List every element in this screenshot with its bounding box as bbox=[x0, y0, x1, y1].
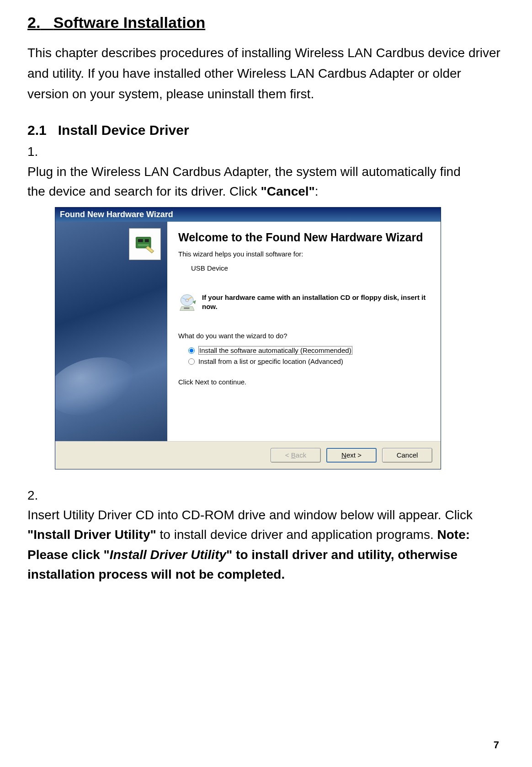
section-number: 2. bbox=[27, 14, 40, 31]
step-1-text-b: : bbox=[315, 184, 319, 198]
hardware-icon bbox=[129, 228, 161, 260]
radio-install-list-input[interactable] bbox=[188, 358, 195, 365]
step-2-number: 2. bbox=[27, 485, 49, 505]
wizard-footer: < Back Next > Cancel bbox=[55, 441, 441, 469]
next-u: N bbox=[341, 451, 346, 459]
found-new-hardware-wizard-dialog: Found New Hardware Wizard Welcome to the… bbox=[55, 207, 441, 469]
wizard-body: Welcome to the Found New Hardware Wizard… bbox=[55, 222, 441, 441]
page-number: 7 bbox=[494, 739, 499, 751]
subsection-number: 2.1 bbox=[27, 123, 47, 138]
wizard-main-panel: Welcome to the Found New Hardware Wizard… bbox=[167, 222, 441, 441]
svg-rect-1 bbox=[138, 239, 143, 242]
sidebar-decoration bbox=[55, 348, 143, 425]
wizard-titlebar[interactable]: Found New Hardware Wizard bbox=[55, 208, 441, 222]
wizard-device-name: USB Device bbox=[191, 264, 430, 272]
svg-rect-3 bbox=[138, 244, 149, 246]
step-2: 2. Insert Utility Driver CD into CD-ROM … bbox=[27, 485, 505, 585]
step-1-text-a: Plug in the Wireless LAN Cardbus Adapter… bbox=[27, 165, 461, 198]
radio-install-auto-label: Install the software automatically (Reco… bbox=[198, 346, 352, 355]
step-2-content: Insert Utility Driver CD into CD-ROM dri… bbox=[27, 505, 479, 585]
cd-icon bbox=[178, 293, 197, 314]
section-heading: 2. Software Installation bbox=[27, 14, 505, 32]
subsection-heading: 2.1 Install Device Driver bbox=[27, 123, 505, 138]
step-1-number: 1. bbox=[27, 142, 49, 161]
radio2-b: pecific location (Advanced) bbox=[261, 357, 343, 365]
next-button[interactable]: Next > bbox=[326, 448, 377, 463]
section-title: Software Installation bbox=[53, 14, 206, 31]
radio2-u: s bbox=[258, 357, 261, 365]
radio-group: Install the software automatically (Reco… bbox=[188, 346, 430, 365]
step-1-cancel-bold: "Cancel" bbox=[261, 184, 314, 198]
intro-paragraph: This chapter describes procedures of ins… bbox=[27, 43, 505, 104]
back-rest: ack bbox=[296, 451, 306, 459]
back-u: B bbox=[291, 451, 296, 459]
wizard-continue-text: Click Next to continue. bbox=[178, 378, 430, 386]
wizard-heading: Welcome to the Found New Hardware Wizard bbox=[178, 230, 430, 245]
step-2-text-b: to install device driver and application… bbox=[156, 527, 437, 542]
step-2-bold1: "Install Driver Utility" bbox=[27, 527, 156, 542]
svg-rect-6 bbox=[184, 308, 189, 309]
next-rest: ext > bbox=[346, 451, 362, 459]
subsection-title: Install Device Driver bbox=[58, 123, 189, 138]
cd-notice-row: If your hardware came with an installati… bbox=[178, 293, 430, 314]
step-2-text-a: Insert Utility Driver CD into CD-ROM dri… bbox=[27, 508, 473, 522]
radio-install-list[interactable]: Install from a list or specific location… bbox=[188, 357, 430, 365]
cancel-button[interactable]: Cancel bbox=[382, 448, 432, 463]
radio2-a: Install from a list or bbox=[198, 357, 258, 365]
svg-rect-2 bbox=[145, 239, 149, 242]
step-1: 1. Plug in the Wireless LAN Cardbus Adap… bbox=[27, 142, 505, 201]
step-2-bold2-italic: Install Driver Utility bbox=[110, 548, 226, 562]
step-1-content: Plug in the Wireless LAN Cardbus Adapter… bbox=[27, 162, 479, 202]
wizard-question: What do you want the wizard to do? bbox=[178, 332, 430, 340]
radio-install-auto[interactable]: Install the software automatically (Reco… bbox=[188, 346, 430, 355]
wizard-subtext: This wizard helps you install software f… bbox=[178, 250, 430, 258]
back-lt: < bbox=[285, 451, 291, 459]
cd-notice-text: If your hardware came with an installati… bbox=[202, 293, 430, 312]
radio-install-list-label: Install from a list or specific location… bbox=[198, 357, 343, 365]
wizard-sidebar-graphic bbox=[55, 222, 167, 441]
back-button: < Back bbox=[271, 448, 321, 463]
radio-install-auto-input[interactable] bbox=[188, 347, 195, 354]
